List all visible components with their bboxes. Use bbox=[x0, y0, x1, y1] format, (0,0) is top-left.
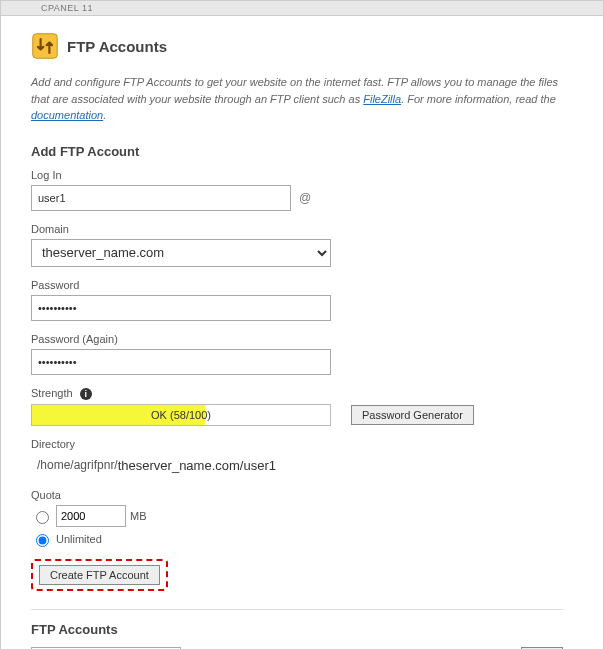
filezilla-link[interactable]: FileZilla bbox=[363, 93, 401, 105]
quota-mb-radio[interactable] bbox=[36, 511, 49, 524]
svg-rect-0 bbox=[33, 34, 58, 59]
login-field-block: Log In @ bbox=[31, 169, 563, 211]
create-row: Create FTP Account bbox=[31, 559, 563, 591]
at-symbol: @ bbox=[299, 191, 311, 205]
password2-field-block: Password (Again) bbox=[31, 333, 563, 375]
strength-label: Strength i bbox=[31, 387, 563, 400]
password-field-block: Password bbox=[31, 279, 563, 321]
password2-input[interactable] bbox=[31, 349, 331, 375]
domain-field-block: Domain theserver_name.com bbox=[31, 223, 563, 267]
create-highlight: Create FTP Account bbox=[31, 559, 168, 591]
password-input[interactable] bbox=[31, 295, 331, 321]
intro-text: Add and configure FTP Accounts to get yo… bbox=[31, 74, 563, 124]
topbar-brand: CPANEL 11 bbox=[1, 1, 603, 16]
strength-field-block: Strength i OK (58/100) Password Generato… bbox=[31, 387, 563, 426]
login-input[interactable] bbox=[31, 185, 291, 211]
strength-text: OK (58/100) bbox=[151, 409, 211, 421]
login-label: Log In bbox=[31, 169, 563, 181]
quota-unlimited-row: Unlimited bbox=[31, 531, 563, 547]
quota-mb-unit: MB bbox=[130, 510, 147, 522]
list-heading: FTP Accounts bbox=[31, 622, 563, 637]
intro-part-b: . For more information, read the bbox=[401, 93, 556, 105]
quota-label: Quota bbox=[31, 489, 563, 501]
documentation-link[interactable]: documentation bbox=[31, 109, 103, 121]
quota-unlimited-radio[interactable] bbox=[36, 534, 49, 547]
quota-mb-input[interactable] bbox=[56, 505, 126, 527]
strength-meter: OK (58/100) bbox=[31, 404, 331, 426]
directory-field-block: Directory /home/agrifpnr/ bbox=[31, 438, 563, 477]
quota-field-block: Quota MB Unlimited bbox=[31, 489, 563, 547]
quota-unlimited-text: Unlimited bbox=[56, 533, 102, 545]
intro-part-c: . bbox=[103, 109, 106, 121]
directory-input[interactable] bbox=[118, 454, 328, 477]
domain-label: Domain bbox=[31, 223, 563, 235]
directory-prefix: /home/agrifpnr/ bbox=[31, 458, 118, 472]
domain-select[interactable]: theserver_name.com bbox=[31, 239, 331, 267]
page-title: FTP Accounts bbox=[67, 38, 167, 55]
info-icon[interactable]: i bbox=[80, 388, 92, 400]
app-frame: CPANEL 11 FTP Accounts Add and configure… bbox=[0, 0, 604, 649]
password-generator-button[interactable]: Password Generator bbox=[351, 405, 474, 425]
ftp-icon bbox=[31, 32, 59, 60]
directory-label: Directory bbox=[31, 438, 563, 450]
strength-label-text: Strength bbox=[31, 387, 73, 399]
divider bbox=[31, 609, 563, 610]
add-account-heading: Add FTP Account bbox=[31, 144, 563, 159]
password-label: Password bbox=[31, 279, 563, 291]
password2-label: Password (Again) bbox=[31, 333, 563, 345]
quota-mb-row: MB bbox=[31, 505, 563, 527]
create-ftp-button[interactable]: Create FTP Account bbox=[39, 565, 160, 585]
content: FTP Accounts Add and configure FTP Accou… bbox=[1, 16, 603, 649]
page-header: FTP Accounts bbox=[31, 32, 563, 60]
